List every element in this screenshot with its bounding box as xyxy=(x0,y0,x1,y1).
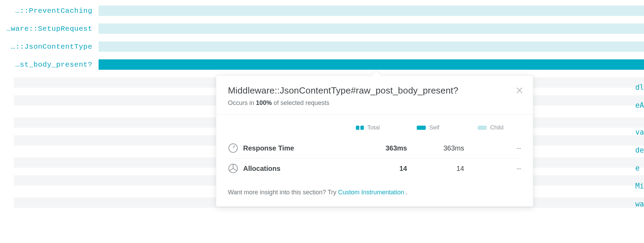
svg-line-7 xyxy=(230,168,233,171)
trace-bar[interactable] xyxy=(99,41,644,52)
obscured-label: eA xyxy=(634,99,644,112)
obscured-label: va xyxy=(634,126,644,139)
metric-name: Response Time xyxy=(243,144,350,152)
metric-self: 363ms xyxy=(407,144,464,152)
obscured-label: de xyxy=(634,144,644,157)
trace-bar-wrap xyxy=(99,6,644,16)
trace-bar[interactable] xyxy=(99,6,644,16)
legend-child: Child xyxy=(478,124,519,131)
swatch-self-icon xyxy=(417,126,426,130)
metric-row-response-time: Response Time 363ms 363ms -- xyxy=(228,138,521,158)
obscured-labels: dl eA va de e Mi wa xyxy=(634,81,644,211)
metric-name: Allocations xyxy=(243,165,350,173)
obscured-label: Mi xyxy=(634,179,644,193)
close-icon xyxy=(515,86,524,95)
trace-label: …::JsonContentType xyxy=(0,43,99,51)
popover-footer: Want more insight into this section? Try… xyxy=(216,181,533,206)
gauge-icon xyxy=(228,143,238,153)
svg-line-3 xyxy=(233,146,235,148)
obscured-label: dl xyxy=(634,81,644,94)
trace-bar[interactable] xyxy=(99,59,644,70)
trace-label: …ware::SetupRequest xyxy=(0,25,99,33)
swatch-child-icon xyxy=(478,126,487,130)
metric-child: -- xyxy=(464,144,521,152)
popover-title: Middleware::JsonContentType#raw_post_bod… xyxy=(228,85,521,96)
metric-child: -- xyxy=(464,165,521,173)
metric-row-allocations: Allocations 14 14 -- xyxy=(228,158,521,178)
obscured-label: wa xyxy=(634,197,644,211)
trace-bar[interactable] xyxy=(99,23,644,34)
trace-row[interactable]: …ware::SetupRequest xyxy=(0,22,644,35)
metric-self: 14 xyxy=(407,165,464,173)
pie-icon xyxy=(228,163,238,174)
custom-instrumentation-link[interactable]: Custom Instrumentation xyxy=(338,189,404,196)
trace-label: …::PreventCaching xyxy=(0,7,99,15)
close-button[interactable] xyxy=(515,86,525,96)
trace-detail-popover: Middleware::JsonContentType#raw_post_bod… xyxy=(216,75,533,207)
trace-bar-wrap xyxy=(99,41,644,52)
trace-label: …st_body_present? xyxy=(0,61,99,69)
metric-total: 363ms xyxy=(350,144,407,152)
trace-row-selected[interactable]: …st_body_present? xyxy=(0,58,644,71)
swatch-total-icon xyxy=(356,126,364,130)
trace-bar-wrap xyxy=(99,23,644,34)
legend-total: Total xyxy=(356,124,397,131)
legend-self: Self xyxy=(417,124,458,131)
trace-row[interactable]: …::JsonContentType xyxy=(0,40,644,53)
obscured-label: e xyxy=(634,162,644,175)
metric-total: 14 xyxy=(350,165,407,173)
metrics-legend: Total Self Child xyxy=(228,122,521,138)
popover-header: Middleware::JsonContentType#raw_post_bod… xyxy=(216,76,533,115)
popover-subtitle: Occurs in 100% of selected requests xyxy=(228,99,521,107)
svg-line-6 xyxy=(233,168,237,171)
popover-body: Total Self Child Response Time 363ms 363… xyxy=(216,115,533,181)
trace-bar-wrap xyxy=(99,59,644,70)
trace-row[interactable]: …::PreventCaching xyxy=(0,4,644,17)
